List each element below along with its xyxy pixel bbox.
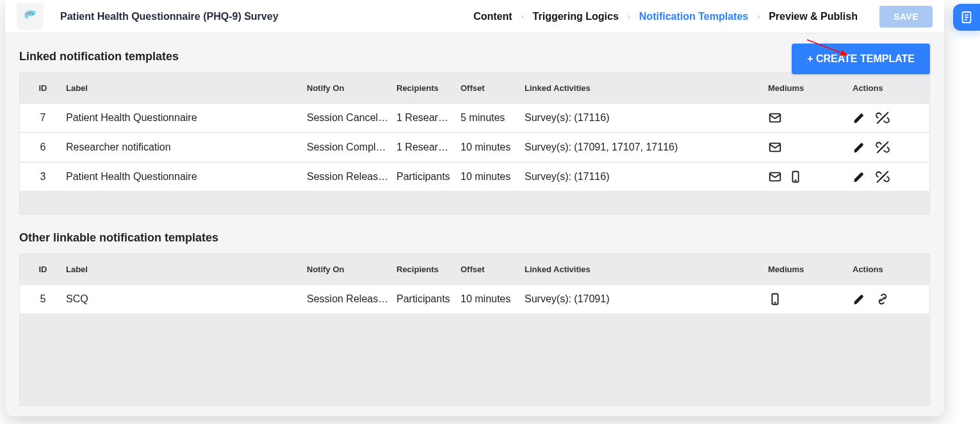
col-offset: Offset [457, 265, 521, 274]
cell-actions [849, 140, 938, 154]
pencil-icon[interactable] [853, 170, 867, 184]
cell-label: Researcher notification [62, 142, 303, 153]
col-linked: Linked Activities [521, 83, 764, 93]
activities-panel-button[interactable] [953, 4, 980, 31]
cell-linked-activities: Survey(s): (17116) [521, 171, 764, 183]
svg-point-0 [26, 13, 28, 15]
unlink-icon[interactable] [876, 111, 890, 125]
body-area: + CREATE TEMPLATE Linked notification te… [5, 33, 944, 416]
table-row: 5SCQSession ReleasedParticipants10 minut… [20, 284, 929, 313]
cell-recipients: 1 Researcher [393, 112, 457, 124]
cell-id: 3 [24, 171, 62, 183]
cell-label: Patient Health Questionnaire [62, 171, 303, 183]
col-recip: Recipients [393, 83, 457, 93]
app-logo[interactable] [17, 3, 44, 30]
brain-palette-icon [22, 8, 38, 25]
cell-actions [849, 292, 938, 306]
create-template-button[interactable]: + CREATE TEMPLATE [792, 44, 930, 74]
other-section-title: Other linkable notification templates [5, 215, 944, 254]
chevron-right-icon: › [521, 12, 524, 21]
col-notify: Notify On [303, 265, 393, 274]
col-offset: Offset [457, 83, 521, 93]
cell-id: 7 [24, 112, 62, 124]
cell-mediums [764, 170, 849, 184]
svg-point-2 [31, 13, 33, 15]
linked-table-body: 7Patient Health QuestionnaireSession Can… [20, 102, 929, 191]
cell-offset: 5 minutes [457, 112, 521, 124]
unlink-icon[interactable] [876, 170, 890, 184]
linked-templates-table: ID Label Notify On Recipients Offset Lin… [19, 72, 930, 215]
cell-offset: 10 minutes [457, 142, 521, 153]
pencil-icon[interactable] [853, 111, 867, 125]
cell-offset: 10 minutes [457, 293, 521, 305]
svg-point-1 [29, 12, 31, 13]
link-icon[interactable] [876, 292, 890, 306]
col-mediums: Mediums [764, 83, 849, 93]
cell-recipients: Participants [393, 171, 457, 183]
mail-icon [768, 111, 782, 125]
nav-step-triggering-logics[interactable]: Triggering Logics [533, 11, 619, 22]
cell-label: SCQ [62, 293, 303, 305]
chevron-right-icon: › [757, 12, 760, 21]
save-button[interactable]: SAVE [879, 6, 933, 28]
cell-mediums [764, 111, 849, 125]
table-header-row: ID Label Notify On Recipients Offset Lin… [20, 73, 929, 102]
table-row: 7Patient Health QuestionnaireSession Can… [20, 102, 929, 132]
pencil-icon[interactable] [853, 292, 867, 306]
cell-notify-on: Session Released [303, 171, 393, 183]
cell-notify-on: Session Canceled [303, 112, 393, 124]
pencil-icon[interactable] [853, 140, 867, 154]
cell-linked-activities: Survey(s): (17091) [521, 293, 764, 305]
cell-label: Patient Health Questionnaire [62, 112, 303, 124]
cell-recipients: Participants [393, 293, 457, 305]
cell-mediums [764, 140, 849, 154]
table-empty-space [20, 313, 929, 405]
col-actions: Actions [849, 265, 938, 274]
other-templates-table: ID Label Notify On Recipients Offset Lin… [19, 254, 930, 406]
cell-mediums [764, 292, 849, 306]
col-notify: Notify On [303, 83, 393, 93]
mobile-icon [768, 292, 782, 306]
cell-actions [849, 170, 938, 184]
col-id: ID [24, 265, 62, 274]
cell-notify-on: Session Released [303, 293, 393, 305]
cell-recipients: 1 Researcher [393, 142, 457, 153]
cell-id: 5 [24, 293, 62, 305]
col-mediums: Mediums [764, 265, 849, 274]
mail-icon [768, 140, 782, 154]
nav-step-notification-templates[interactable]: Notification Templates [639, 11, 748, 22]
mail-icon [768, 170, 782, 184]
header-bar: Patient Health Questionnaire (PHQ-9) Sur… [5, 0, 944, 33]
col-id: ID [24, 83, 62, 93]
col-recip: Recipients [393, 265, 457, 274]
cell-linked-activities: Survey(s): (17091, 17107, 17116) [521, 142, 764, 153]
col-actions: Actions [849, 83, 938, 93]
cell-linked-activities: Survey(s): (17116) [521, 112, 764, 124]
mobile-icon [788, 170, 803, 184]
chevron-right-icon: › [628, 12, 630, 21]
cell-notify-on: Session Completed [303, 142, 393, 153]
col-label: Label [62, 265, 303, 274]
page-card: Patient Health Questionnaire (PHQ-9) Sur… [5, 0, 944, 416]
table-empty-space [20, 191, 929, 214]
table-header-row: ID Label Notify On Recipients Offset Lin… [20, 254, 929, 284]
table-row: 3Patient Health QuestionnaireSession Rel… [20, 161, 929, 191]
wizard-nav: Content › Triggering Logics › Notificati… [473, 6, 933, 28]
cell-id: 6 [24, 142, 62, 153]
cell-actions [849, 111, 938, 125]
col-linked: Linked Activities [521, 265, 764, 274]
table-row: 6Researcher notificationSession Complete… [20, 132, 929, 161]
nav-step-content[interactable]: Content [473, 11, 512, 22]
nav-step-preview-publish[interactable]: Preview & Publish [769, 11, 858, 22]
unlink-icon[interactable] [876, 140, 890, 154]
cell-offset: 10 minutes [457, 171, 521, 183]
other-table-body: 5SCQSession ReleasedParticipants10 minut… [20, 284, 929, 313]
col-label: Label [62, 83, 303, 93]
clipboard-list-icon [960, 10, 974, 24]
page-title: Patient Health Questionnaire (PHQ-9) Sur… [60, 11, 279, 22]
